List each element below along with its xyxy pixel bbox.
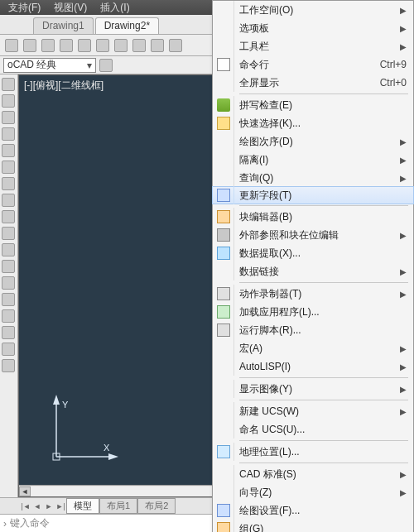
menu-item-label: 地理位置(L)... — [239, 445, 407, 459]
menu-item[interactable]: 拼写检查(E) — [213, 96, 413, 114]
tab-layout2[interactable]: 布局2 — [137, 498, 176, 514]
svg-marker-2 — [53, 395, 60, 405]
dim-icon[interactable] — [2, 194, 15, 207]
menu-item[interactable]: 快速选择(K)... — [213, 114, 413, 132]
ltab-next-icon[interactable]: ► — [43, 502, 55, 510]
menu-item-label: 向导(Z) — [239, 486, 400, 500]
doc-tab-drawing1[interactable]: Drawing1 — [33, 17, 94, 34]
menu-item[interactable]: 显示图像(Y)▶ — [213, 380, 413, 398]
arc-icon[interactable] — [2, 127, 15, 141]
tab-layout1[interactable]: 布局1 — [99, 498, 137, 514]
menu-left-1[interactable]: 支持(F) — [8, 1, 41, 15]
doc-tab-drawing2[interactable]: Drawing2* — [95, 17, 159, 34]
menu-item-label: 查询(Q) — [239, 171, 400, 185]
preview-icon[interactable] — [78, 39, 91, 52]
menu-item[interactable]: 数据提取(X)... — [213, 244, 413, 262]
line-icon[interactable] — [2, 78, 15, 91]
submenu-arrow-icon: ▶ — [400, 6, 407, 15]
workspace-combo-text: oCAD 经典 — [7, 58, 56, 72]
menu-item[interactable]: 绘图次序(D)▶ — [213, 132, 413, 151]
circle-icon[interactable] — [2, 111, 15, 124]
print-icon[interactable] — [60, 39, 73, 52]
submenu-arrow-icon: ▶ — [400, 231, 407, 240]
left-toolbar[interactable] — [0, 74, 18, 497]
menu-item[interactable]: CAD 标准(S)▶ — [213, 465, 413, 483]
menu-item[interactable]: 命令行Ctrl+9 — [213, 55, 413, 74]
blk-icon — [213, 520, 234, 532]
rect-icon[interactable] — [2, 144, 15, 157]
hatch-icon[interactable] — [2, 161, 15, 174]
ltab-last-icon[interactable]: ►| — [55, 502, 66, 510]
menu-item[interactable]: 块编辑器(B) — [213, 208, 413, 226]
menu-item[interactable]: 加载应用程序(L)... — [213, 303, 413, 321]
menu-item[interactable]: 新建 UCS(W)▶ — [213, 402, 413, 420]
spell-icon — [213, 96, 234, 114]
copy2-icon[interactable] — [2, 227, 15, 240]
menu-item[interactable]: 地理位置(L)... — [213, 443, 413, 461]
trim-icon[interactable] — [2, 293, 15, 306]
menu-separator — [239, 93, 408, 94]
blank-icon — [213, 402, 234, 420]
menu-item[interactable]: 宏(A)▶ — [213, 339, 413, 357]
menu-item[interactable]: 组(G) — [213, 520, 413, 532]
menu-item-label: AutoLISP(I) — [239, 361, 400, 372]
new-icon[interactable] — [5, 39, 18, 52]
menu-left-3[interactable]: 插入(I) — [100, 1, 129, 15]
offset-icon[interactable] — [2, 326, 15, 339]
scroll-left-icon[interactable]: ◄ — [19, 486, 31, 496]
blank-icon — [213, 74, 234, 92]
pline-icon[interactable] — [2, 94, 15, 108]
submenu-arrow-icon: ▶ — [400, 137, 407, 146]
cut-icon[interactable] — [96, 39, 109, 52]
menu-item[interactable]: 绘图设置(F)... — [213, 501, 413, 520]
menu-item-label: 数据提取(X)... — [239, 247, 407, 261]
menu-item[interactable]: AutoLISP(I)▶ — [213, 357, 413, 376]
fillet-icon[interactable] — [2, 343, 15, 356]
menu-item[interactable]: 外部参照和块在位编辑▶ — [213, 226, 413, 244]
menu-item[interactable]: 全屏显示Ctrl+0 — [213, 74, 413, 92]
menu-item[interactable]: 更新字段(T) — [212, 186, 414, 204]
paste-icon[interactable] — [132, 39, 146, 52]
viewport-label[interactable]: -][俯视][二维线框 — [24, 79, 104, 93]
blank-icon — [213, 151, 234, 169]
open-icon[interactable] — [23, 39, 36, 52]
quick-icon — [213, 114, 234, 132]
chevron-down-icon: ▾ — [87, 60, 92, 71]
ltab-first-icon[interactable]: |◄ — [20, 502, 31, 510]
menu-item[interactable]: 工作空间(O)▶ — [213, 1, 413, 19]
menu-item[interactable]: 向导(Z)▶ — [213, 483, 413, 501]
menu-item[interactable]: 隔离(I)▶ — [213, 151, 413, 169]
undo-icon[interactable] — [151, 39, 164, 52]
menu-item-label: 绘图次序(D) — [239, 135, 400, 149]
blk-icon — [213, 208, 234, 226]
text-icon[interactable] — [2, 177, 15, 190]
menu-item[interactable]: 工具栏▶ — [213, 37, 413, 55]
menu-item[interactable]: 命名 UCS(U)... — [213, 420, 413, 439]
blank-icon — [213, 19, 234, 37]
menu-item[interactable]: 数据链接▶ — [213, 262, 413, 280]
menu-item-label: 更新字段(T) — [239, 189, 407, 203]
menu-left-2[interactable]: 视图(V) — [54, 1, 87, 15]
tools-menu[interactable]: 工作空间(O)▶选项板▶工具栏▶命令行Ctrl+9全屏显示Ctrl+0拼写检查(… — [212, 0, 414, 532]
ltab-prev-icon[interactable]: ◄ — [31, 502, 43, 510]
ws-gear-icon[interactable] — [99, 59, 113, 72]
redo-icon[interactable] — [169, 39, 182, 52]
menu-item[interactable]: 动作录制器(T)▶ — [213, 285, 413, 303]
array-icon[interactable] — [2, 359, 15, 372]
save-icon[interactable] — [41, 39, 55, 52]
mirror-icon[interactable] — [2, 276, 15, 290]
extend-icon[interactable] — [2, 309, 15, 323]
menu-item-label: 宏(A) — [239, 342, 400, 356]
menu-item[interactable]: 运行脚本(R)... — [213, 321, 413, 339]
menu-item[interactable]: 选项板▶ — [213, 19, 413, 37]
blank-icon — [213, 339, 234, 357]
menu-separator — [239, 463, 408, 463]
scale-icon[interactable] — [2, 260, 15, 273]
tab-model[interactable]: 模型 — [66, 498, 99, 514]
menu-item[interactable]: 查询(Q)▶ — [213, 169, 413, 187]
copy-icon[interactable] — [114, 39, 128, 52]
workspace-combo[interactable]: oCAD 经典 ▾ — [3, 58, 96, 73]
ext-icon — [213, 244, 234, 262]
rotate-icon[interactable] — [2, 243, 15, 256]
move-icon[interactable] — [2, 210, 15, 223]
